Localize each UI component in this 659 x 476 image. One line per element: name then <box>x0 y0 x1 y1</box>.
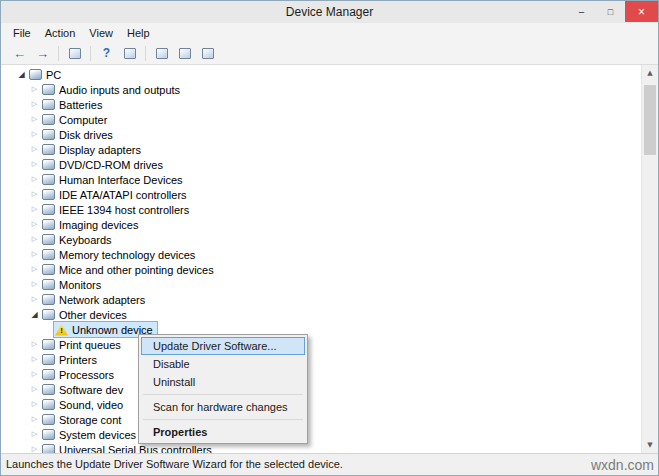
tree-item-keyboards[interactable]: ▷Keyboards <box>1 232 641 247</box>
collapse-arrow-icon[interactable]: ◢ <box>28 307 41 322</box>
tree-item-display-adapters[interactable]: ▷Display adapters <box>1 142 641 157</box>
tree-item-print-queues[interactable]: ▷Print queues <box>1 337 641 352</box>
title-bar: Device Manager −□× <box>1 1 658 23</box>
scroll-down-icon[interactable]: ▼ <box>642 437 658 453</box>
close-button[interactable]: × <box>625 1 658 22</box>
expand-arrow-icon[interactable]: ▷ <box>28 217 41 232</box>
tree-item-audio-inputs-and-outputs[interactable]: ▷Audio inputs and outputs <box>1 82 641 97</box>
system-device-icon <box>42 429 55 440</box>
expand-arrow-icon[interactable]: ▷ <box>28 442 41 453</box>
tree-item-ieee-1394-host-controllers[interactable]: ▷IEEE 1394 host controllers <box>1 202 641 217</box>
expand-arrow-icon[interactable]: ▷ <box>28 232 41 247</box>
show-hide-console-tree-icon[interactable] <box>64 43 85 63</box>
context-menu-item-properties[interactable]: Properties <box>141 423 305 441</box>
minimize-button[interactable]: − <box>567 1 596 22</box>
uninstall-icon[interactable] <box>197 43 218 63</box>
tree-item-label: Sound, video <box>59 399 123 411</box>
expand-arrow-icon[interactable]: ▷ <box>28 112 41 127</box>
back-icon[interactable]: ← <box>9 43 30 63</box>
forward-glyph: → <box>36 47 49 60</box>
scan-for-hardware-changes-glyph <box>156 48 168 59</box>
context-menu-item-uninstall[interactable]: Uninstall <box>141 373 305 391</box>
expand-arrow-icon[interactable]: ▷ <box>28 157 41 172</box>
tree-item-other-devices[interactable]: ◢Other devices <box>1 307 641 322</box>
keyboard-icon <box>42 234 55 245</box>
tree-item-storage-cont[interactable]: ▷Storage cont <box>1 412 641 427</box>
expand-arrow-icon[interactable]: ▷ <box>28 97 41 112</box>
battery-icon <box>42 99 55 110</box>
tree-item-batteries[interactable]: ▷Batteries <box>1 97 641 112</box>
tree-item-dvd-cd-rom-drives[interactable]: ▷DVD/CD-ROM drives <box>1 157 641 172</box>
tree-item-mice-and-other-pointing-devices[interactable]: ▷Mice and other pointing devices <box>1 262 641 277</box>
tree-item-universal-serial-bus-controllers[interactable]: ▷Universal Serial Bus controllers <box>1 442 641 453</box>
maximize-button[interactable]: □ <box>596 1 625 22</box>
tree-item-software-dev[interactable]: ▷Software dev <box>1 382 641 397</box>
tree-item-system-devices[interactable]: ▷System devices <box>1 427 641 442</box>
tree-item-pc[interactable]: ◢PC <box>1 67 641 82</box>
expand-arrow-icon[interactable]: ▷ <box>28 397 41 412</box>
menu-help[interactable]: Help <box>120 24 157 43</box>
scan-for-hardware-changes-icon[interactable] <box>151 43 172 63</box>
forward-icon[interactable]: → <box>32 43 53 63</box>
tree-item-content: IEEE 1394 host controllers <box>41 202 193 217</box>
window-title: Device Manager <box>286 5 373 19</box>
context-menu-item-update-driver-software[interactable]: Update Driver Software... <box>141 337 305 355</box>
context-menu-item-scan-for-hardware-changes[interactable]: Scan for hardware changes <box>141 398 305 416</box>
tree-item-content: Storage cont <box>41 412 125 427</box>
tree-item-imaging-devices[interactable]: ▷Imaging devices <box>1 217 641 232</box>
menu-view[interactable]: View <box>82 24 120 43</box>
toolbar-separator <box>58 46 59 61</box>
expand-arrow-icon[interactable]: ▷ <box>28 412 41 427</box>
tree-item-disk-drives[interactable]: ▷Disk drives <box>1 127 641 142</box>
expand-arrow-icon[interactable]: ▷ <box>28 367 41 382</box>
tree-item-content: Computer <box>41 112 111 127</box>
context-menu-item-disable[interactable]: Disable <box>141 355 305 373</box>
expand-arrow-icon[interactable]: ▷ <box>28 247 41 262</box>
tree-item-label: System devices <box>59 429 136 441</box>
collapse-arrow-icon[interactable]: ◢ <box>15 67 28 82</box>
tree-item-label: Keyboards <box>59 234 112 246</box>
update-driver-software-icon[interactable] <box>174 43 195 63</box>
tree-item-unknown-device[interactable]: Unknown device <box>1 322 641 337</box>
tree-item-content: Disk drives <box>41 127 117 142</box>
expand-arrow-icon[interactable]: ▷ <box>28 82 41 97</box>
menu-action[interactable]: Action <box>38 24 83 43</box>
scroll-thumb[interactable] <box>644 85 656 155</box>
expand-arrow-icon[interactable]: ▷ <box>28 187 41 202</box>
expand-arrow-icon[interactable]: ▷ <box>28 382 41 397</box>
help-icon[interactable]: ? <box>96 43 117 63</box>
toolbar: ←→? <box>1 42 658 65</box>
scroll-up-icon[interactable]: ▲ <box>642 65 658 81</box>
expand-arrow-icon[interactable]: ▷ <box>28 262 41 277</box>
properties-icon[interactable] <box>119 43 140 63</box>
device-tree-rows: ◢PC▷Audio inputs and outputs▷Batteries▷C… <box>1 65 641 453</box>
expand-arrow-icon[interactable]: ▷ <box>28 172 41 187</box>
tree-item-human-interface-devices[interactable]: ▷Human Interface Devices <box>1 172 641 187</box>
expand-arrow-icon[interactable]: ▷ <box>28 142 41 157</box>
tree-item-label: DVD/CD-ROM drives <box>59 159 163 171</box>
speaker-icon <box>42 84 55 95</box>
tree-item-label: Computer <box>59 114 107 126</box>
tree-item-memory-technology-devices[interactable]: ▷Memory technology devices <box>1 247 641 262</box>
tree-item-network-adapters[interactable]: ▷Network adapters <box>1 292 641 307</box>
menu-separator <box>143 394 303 395</box>
tree-item-ide-ata-atapi-controllers[interactable]: ▷IDE ATA/ATAPI controllers <box>1 187 641 202</box>
expand-arrow-icon[interactable]: ▷ <box>28 127 41 142</box>
tree-item-content: Imaging devices <box>41 217 143 232</box>
tree-item-content: Software dev <box>41 382 127 397</box>
tree-item-printers[interactable]: ▷Printers <box>1 352 641 367</box>
vertical-scrollbar[interactable]: ▲ ▼ <box>641 65 658 453</box>
tree-item-monitors[interactable]: ▷Monitors <box>1 277 641 292</box>
expand-arrow-icon[interactable]: ▷ <box>28 427 41 442</box>
tree-item-processors[interactable]: ▷Processors <box>1 367 641 382</box>
expand-arrow-icon[interactable]: ▷ <box>28 352 41 367</box>
menu-file[interactable]: File <box>6 24 38 43</box>
expand-arrow-icon[interactable]: ▷ <box>28 277 41 292</box>
tree-item-computer[interactable]: ▷Computer <box>1 112 641 127</box>
tree-item-content: Audio inputs and outputs <box>41 82 184 97</box>
tree-item-label: Print queues <box>59 339 121 351</box>
expand-arrow-icon[interactable]: ▷ <box>28 337 41 352</box>
tree-item-sound-video[interactable]: ▷Sound, video <box>1 397 641 412</box>
expand-arrow-icon[interactable]: ▷ <box>28 292 41 307</box>
expand-arrow-icon[interactable]: ▷ <box>28 202 41 217</box>
